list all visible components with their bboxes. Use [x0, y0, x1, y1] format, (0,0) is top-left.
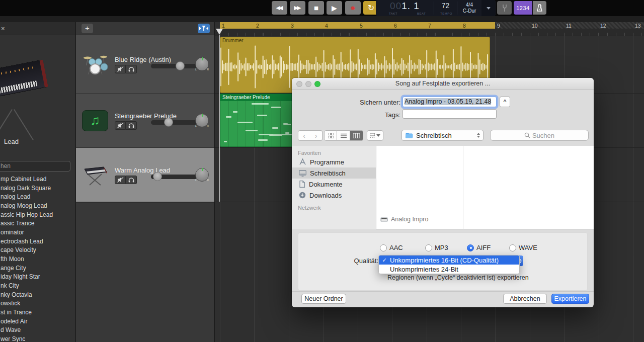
- close-window-button[interactable]: [296, 81, 302, 87]
- column-view-button-selected[interactable]: [350, 130, 363, 141]
- list-item[interactable]: owstick: [0, 300, 75, 309]
- menu-item-24bit[interactable]: Unkomprimiertes 24-Bit: [379, 265, 519, 274]
- ruler-bar-number: 13: [635, 22, 641, 29]
- zoom-window-button[interactable]: [314, 81, 320, 87]
- group-options-button[interactable]: [367, 130, 383, 141]
- rewind-button[interactable]: ◀◀: [272, 1, 287, 15]
- volume-slider-thumb[interactable]: [153, 172, 162, 181]
- library-search-input[interactable]: hen: [0, 161, 70, 172]
- list-item[interactable]: nky Octavia: [0, 291, 75, 300]
- list-item[interactable]: wer Sync: [0, 335, 75, 342]
- track-header-warm-analog-selected[interactable]: Warm Analog Lead L R: [76, 148, 215, 202]
- menu-item-label: Unkomprimiertes 16-Bit (CD-Qualität): [390, 256, 499, 264]
- lcd-display[interactable]: 001. 1 TAKT BEAT 72 TEMPO 4/4 C-Dur: [376, 0, 496, 16]
- headphones-icon: [128, 66, 134, 72]
- count-in-button[interactable]: 1234: [514, 1, 532, 15]
- playhead-handle[interactable]: [216, 29, 223, 35]
- column-divider[interactable]: [463, 146, 463, 229]
- list-item[interactable]: nk City: [0, 282, 75, 291]
- view-mode-switcher: [324, 130, 383, 141]
- sidebar-item-dokumente[interactable]: Dokumente: [292, 179, 376, 190]
- mute-button[interactable]: [115, 176, 126, 184]
- export-button[interactable]: Exportieren: [551, 294, 589, 304]
- list-item[interactable]: iday Night Star: [0, 273, 75, 282]
- new-folder-button[interactable]: Neuer Ordner: [301, 294, 346, 304]
- pan-knob[interactable]: L R: [195, 168, 209, 182]
- lcd-position-section: 001. 1 TAKT BEAT: [376, 0, 434, 16]
- track-header-blue-ridge[interactable]: Blue Ridge (Austin) L R: [76, 35, 215, 93]
- pan-knob[interactable]: L R: [195, 114, 209, 127]
- monitor-button[interactable]: [126, 121, 137, 130]
- list-item[interactable]: assic Trance: [0, 220, 75, 229]
- track-name[interactable]: Warm Analog Lead: [115, 166, 170, 174]
- forward-button[interactable]: ›: [310, 130, 323, 141]
- track-header-steingraeber[interactable]: ♫ Steingraeber Prelude L R: [76, 94, 215, 147]
- catch-playhead-button[interactable]: [198, 24, 210, 33]
- format-radio-aiff-selected[interactable]: AIFF: [467, 244, 491, 251]
- expand-dialog-button[interactable]: ^: [500, 97, 510, 107]
- list-item[interactable]: cape Velocity: [0, 246, 75, 255]
- keyboard-synth-icon: [80, 161, 110, 189]
- add-track-button[interactable]: +: [82, 24, 93, 33]
- location-popup[interactable]: Schreibtisch: [401, 130, 484, 141]
- list-item[interactable]: mp Cabinet Lead: [0, 176, 75, 185]
- list-item[interactable]: ectroclash Lead: [0, 238, 75, 247]
- file-item-analog-impro[interactable]: Analog Impro: [380, 216, 428, 223]
- sidebar-item-downloads[interactable]: Downloads: [292, 190, 376, 201]
- list-item[interactable]: fth Moon: [0, 255, 75, 265]
- list-item[interactable]: nalog Lead: [0, 193, 75, 202]
- stop-button[interactable]: ■: [308, 1, 324, 15]
- ruler-tick-strip[interactable]: [215, 29, 644, 36]
- volume-slider-thumb[interactable]: [176, 61, 185, 70]
- plus-icon: +: [85, 24, 90, 32]
- mute-button[interactable]: [115, 65, 126, 73]
- monitor-button[interactable]: [126, 65, 137, 73]
- list-item[interactable]: st in Trance: [0, 309, 75, 318]
- ruler-bar-number: 9: [497, 22, 500, 29]
- metronome-button[interactable]: [533, 1, 546, 15]
- volume-slider[interactable]: [151, 120, 197, 125]
- list-view-button[interactable]: [337, 130, 350, 141]
- menu-item-16bit-selected[interactable]: ✓ Unkomprimiertes 16-Bit (CD-Qualität): [379, 255, 519, 265]
- sidebar-item-programme[interactable]: Programme: [292, 156, 376, 167]
- lcd-display-mode-button[interactable]: [481, 0, 495, 16]
- format-radio-wave[interactable]: WAVE: [509, 244, 537, 251]
- volume-slider[interactable]: [151, 175, 197, 179]
- fast-forward-button[interactable]: ▶▶: [290, 1, 305, 15]
- pan-left-label: L: [195, 124, 197, 127]
- icon-view-button[interactable]: [324, 130, 337, 141]
- dialog-titlebar[interactable]: Song auf Festplatte exportieren ...: [292, 78, 594, 90]
- list-view-icon: [341, 133, 347, 138]
- list-item[interactable]: ange City: [0, 265, 75, 274]
- minimize-window-button[interactable]: [305, 81, 311, 87]
- ruler-cycle-region[interactable]: [220, 22, 495, 29]
- list-item[interactable]: assic Hip Hop Lead: [0, 211, 75, 220]
- volume-slider[interactable]: [151, 64, 197, 68]
- monitor-button[interactable]: [126, 176, 137, 184]
- close-icon[interactable]: ×: [1, 25, 5, 32]
- track-name[interactable]: Blue Ridge (Austin): [115, 56, 171, 63]
- dialog-search-input[interactable]: Suchen: [490, 130, 589, 141]
- pan-knob[interactable]: L R: [195, 57, 209, 71]
- synth-keys-decor: [0, 80, 37, 98]
- tuner-button[interactable]: [497, 1, 512, 15]
- tags-input[interactable]: [403, 109, 497, 119]
- volume-slider-thumb[interactable]: [164, 118, 173, 127]
- mute-button[interactable]: [115, 121, 126, 130]
- format-radio-mp3[interactable]: MP3: [425, 244, 448, 251]
- tuning-fork-icon: [501, 4, 508, 12]
- record-button[interactable]: ●: [345, 1, 361, 15]
- list-item[interactable]: nalog Dark Square: [0, 185, 75, 194]
- filename-input[interactable]: Analog Impro - 03.05.19, 21.48: [403, 97, 497, 107]
- back-button[interactable]: ‹: [298, 130, 310, 141]
- play-button[interactable]: ▶: [327, 1, 342, 15]
- format-radio-aac[interactable]: AAC: [380, 244, 403, 251]
- list-item[interactable]: ominator: [0, 229, 75, 238]
- radio-label: AAC: [389, 244, 403, 251]
- list-item[interactable]: odeled Air: [0, 318, 75, 327]
- cancel-button[interactable]: Abbrechen: [503, 294, 547, 304]
- list-item[interactable]: d Wave: [0, 326, 75, 335]
- location-value: Schreibtisch: [416, 132, 452, 139]
- list-item[interactable]: nalog Moog Lead: [0, 202, 75, 211]
- sidebar-item-schreibtisch-selected[interactable]: Schreibtisch: [292, 167, 376, 179]
